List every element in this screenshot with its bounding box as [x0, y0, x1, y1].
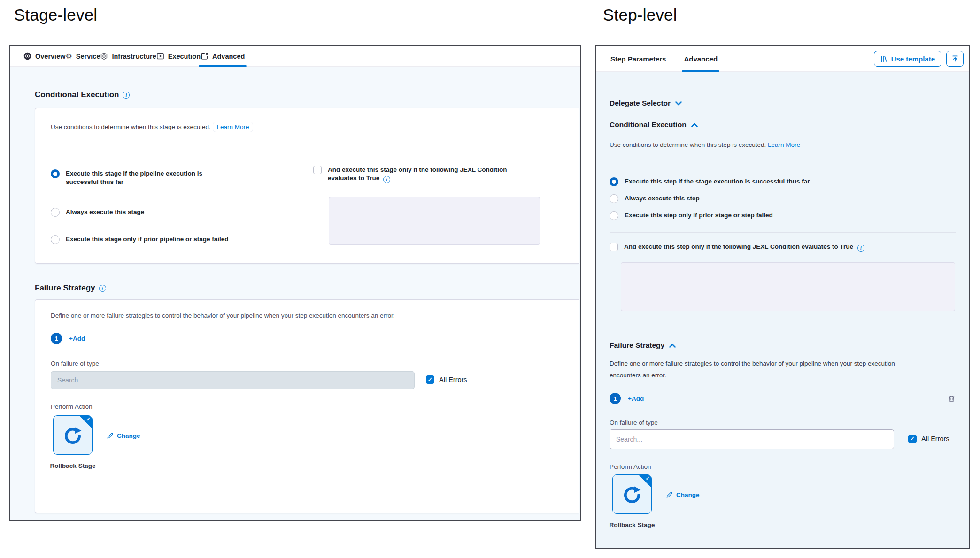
screenshot-root: Stage-level Step-level Overview ⚙ Servic… — [0, 0, 980, 558]
perform-action-label: Perform Action — [51, 403, 93, 410]
change-label: Change — [117, 432, 140, 439]
rollback-stage-action-card[interactable] — [612, 474, 652, 514]
all-errors-label: All Errors — [439, 376, 467, 383]
divider — [51, 145, 579, 145]
stage-advanced-panel: Overview ⚙ Service Infrastructure Execut… — [9, 45, 581, 521]
tab-label: Advanced — [212, 53, 245, 60]
radio-execute-if-failed[interactable]: Execute this stage only if prior pipelin… — [51, 235, 248, 244]
tab-label: Step Parameters — [610, 55, 666, 63]
radio-label: Execute this stage if the pipeline execu… — [66, 169, 214, 186]
learn-more-link[interactable]: Learn More — [768, 141, 800, 148]
tab-service[interactable]: ⚙ Service — [66, 46, 100, 66]
all-errors-checkbox-row[interactable]: All Errors — [908, 435, 949, 443]
radio-label: Execute this step only if prior stage or… — [625, 211, 773, 220]
failure-strategy-card: Define one or more failure strategies to… — [35, 299, 579, 513]
step-advanced-panel: Step Parameters Advanced Use template De… — [595, 45, 970, 549]
stage-level-title: Stage-level — [14, 6, 97, 24]
stage-panel-body: Conditional Execution Use conditions to … — [10, 67, 580, 520]
tab-execution[interactable]: Execution — [156, 46, 201, 66]
conditional-execution-description: Use conditions to determine when this st… — [51, 122, 253, 132]
failure-type-search-input[interactable] — [51, 371, 415, 389]
all-errors-checkbox-row[interactable]: All Errors — [426, 375, 467, 384]
learn-more-link[interactable]: Learn More — [213, 122, 253, 132]
failure-strategy-heading: Failure Strategy — [610, 341, 664, 350]
conditional-execution-card: Use conditions to determine when this st… — [35, 108, 579, 264]
failure-strategy-heading: Failure Strategy — [35, 283, 106, 293]
radio-label: Always execute this step — [625, 194, 700, 203]
radio-label: Always execute this stage — [66, 208, 144, 216]
checkbox-icon — [610, 243, 618, 251]
on-failure-label: On failure of type — [610, 419, 658, 426]
service-gear-icon: ⚙ — [66, 53, 72, 60]
stage-tabbar: Overview ⚙ Service Infrastructure Execut… — [10, 46, 580, 67]
tab-label: Service — [76, 53, 100, 60]
radio-always-execute[interactable]: Always execute this stage — [51, 208, 224, 217]
upload-icon — [951, 55, 959, 62]
radio-icon — [610, 211, 618, 220]
info-icon[interactable] — [857, 245, 864, 252]
tab-label: Overview — [35, 53, 66, 60]
delegate-selector-heading: Delegate Selector — [610, 99, 671, 107]
checkbox-icon — [313, 166, 322, 174]
checkbox-checked-icon — [908, 435, 917, 443]
change-action-link[interactable]: Change — [107, 432, 140, 439]
radio-execute-if-successful[interactable]: Execute this step if the stage execution… — [610, 177, 810, 186]
jexl-condition-input[interactable] — [329, 197, 540, 245]
description-text: Use conditions to determine when this st… — [610, 141, 766, 148]
radio-icon — [610, 177, 618, 186]
tab-step-parameters[interactable]: Step Parameters — [610, 46, 666, 71]
jexl-label: And execute this step only if the follow… — [624, 243, 853, 250]
radio-execute-if-successful[interactable]: Execute this stage if the pipeline execu… — [51, 169, 224, 186]
step-tabbar: Step Parameters Advanced Use template — [596, 46, 969, 72]
tab-overview[interactable]: Overview — [23, 46, 66, 66]
trash-icon — [948, 395, 955, 403]
selected-action-label: Rollback Stage — [609, 520, 656, 530]
infrastructure-icon — [100, 52, 108, 60]
jexl-condition-input[interactable] — [621, 262, 955, 311]
conditional-execution-description: Use conditions to determine when this st… — [610, 140, 800, 150]
pencil-icon — [666, 491, 673, 498]
change-label: Change — [676, 491, 700, 498]
tab-advanced[interactable]: Advanced — [684, 46, 718, 71]
info-icon[interactable] — [383, 176, 390, 183]
strategy-count-badge[interactable]: 1 — [51, 333, 62, 344]
radio-always-execute[interactable]: Always execute this step — [610, 194, 700, 203]
heading-text: Failure Strategy — [35, 283, 95, 293]
selected-action-label: Rollback Stage — [49, 461, 96, 471]
radio-icon — [51, 235, 60, 244]
use-template-button[interactable]: Use template — [874, 51, 941, 67]
info-icon[interactable] — [123, 92, 130, 99]
on-failure-label: On failure of type — [51, 360, 99, 367]
check-icon — [646, 475, 650, 482]
radio-icon — [51, 169, 60, 178]
heading-text: Conditional Execution — [35, 90, 119, 99]
execution-icon — [156, 52, 164, 60]
conditional-execution-section[interactable]: Conditional Execution — [610, 121, 698, 129]
conditional-execution-heading: Conditional Execution — [610, 121, 687, 129]
radio-icon — [51, 208, 60, 217]
failure-type-search-input[interactable] — [610, 429, 894, 449]
radio-label: Execute this step if the stage execution… — [625, 177, 810, 186]
tab-label: Infrastructure — [112, 53, 156, 60]
delegate-selector-section[interactable]: Delegate Selector — [610, 99, 682, 107]
radio-execute-if-failed[interactable]: Execute this step only if prior stage or… — [610, 211, 773, 220]
chevron-up-icon — [691, 123, 698, 127]
chevron-down-icon — [675, 101, 682, 106]
strategy-count-badge[interactable]: 1 — [610, 393, 621, 404]
failure-strategy-section[interactable]: Failure Strategy — [610, 341, 676, 350]
add-strategy-button[interactable]: +Add — [69, 335, 85, 342]
jexl-condition-checkbox-row[interactable]: And execute this step only if the follow… — [610, 243, 957, 252]
delete-strategy-button[interactable] — [948, 395, 955, 403]
tabbar-actions: Use template — [874, 51, 964, 67]
check-icon — [86, 416, 91, 422]
add-strategy-button[interactable]: +Add — [628, 395, 644, 402]
rollback-stage-action-card[interactable] — [53, 415, 93, 455]
jexl-condition-checkbox-row[interactable]: And execute this stage only if the follo… — [313, 166, 534, 183]
divider — [610, 232, 956, 233]
save-as-template-button[interactable] — [946, 51, 964, 67]
info-icon[interactable] — [99, 285, 106, 292]
tab-infrastructure[interactable]: Infrastructure — [100, 46, 156, 66]
step-level-title: Step-level — [603, 6, 677, 24]
change-action-link[interactable]: Change — [666, 491, 700, 498]
tab-advanced[interactable]: Advanced — [201, 46, 245, 66]
